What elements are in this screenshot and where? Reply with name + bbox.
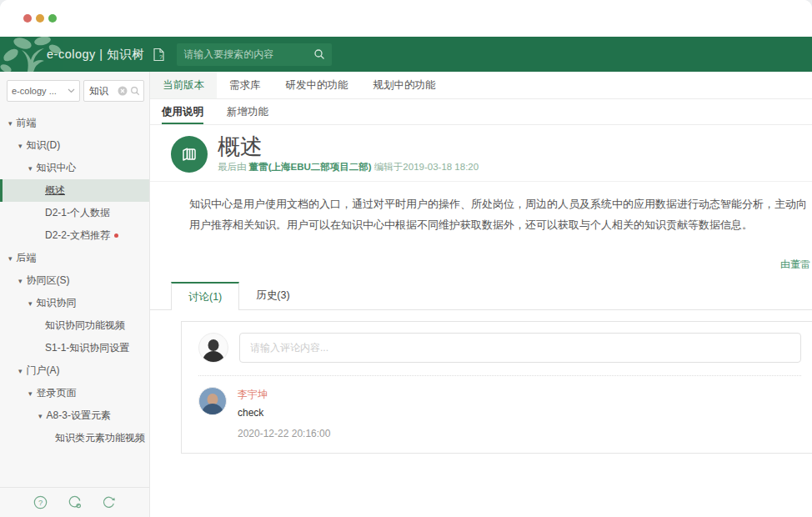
sidebar-footer: ? [0,487,149,517]
comment-input[interactable] [239,333,801,363]
tree-item-5[interactable]: D2-2-文档推荐 [0,224,149,247]
doc-header: 概述 最后由 董雷(上海EBU二部项目二部) 编辑于2019-03-18 18:… [150,125,812,182]
tree-item-label: 知识中心 [37,161,77,175]
expand-arrow-icon[interactable]: ▾ [28,163,33,172]
doc-body-text: 知识中心是用户使用文档的入口，通过对平时用户的操作、所处岗位，周边的人员及系统中… [189,193,809,235]
tree-item-4[interactable]: D2-1-个人数据 [0,202,149,224]
tree-item-label: A8-3-设置元素 [47,409,111,423]
commenter-name[interactable]: 李宇坤 [238,388,330,402]
current-user-avatar [198,333,228,363]
comment-card: 李宇坤check2020-12-22 20:16:00 [181,321,812,454]
tree-item-10[interactable]: S1-1-知识协同设置 [0,337,149,359]
tree-item-label: 知识协同功能视频 [45,319,125,333]
tab-sub-0[interactable]: 使用说明 [162,99,203,124]
chevron-down-icon [68,88,75,93]
refresh-icon[interactable] [102,495,116,509]
expand-arrow-icon[interactable]: ▾ [18,276,23,284]
tab-main-1[interactable]: 需求库 [217,72,273,98]
comment-timestamp: 2020-12-22 20:16:00 [238,428,330,439]
expand-arrow-icon[interactable]: ▾ [28,389,33,397]
comment-text: check [238,407,330,419]
unread-dot [114,233,118,238]
tab-main-3[interactable]: 规划中的功能 [361,72,449,98]
comment-list: 李宇坤check2020-12-22 20:16:00 [198,387,801,439]
dotted-divider [198,375,801,376]
commenter-avatar [198,387,227,415]
tree-item-label: S1-1-知识协同设置 [45,341,129,355]
sidebar-tree: ▾前端▾知识(D)▾知识中心概述D2-1-个人数据D2-2-文档推荐▾后端▾协同… [0,112,149,449]
tab-discussion-1[interactable]: 历史(3) [239,281,306,309]
tree-item-8[interactable]: ▾知识协同 [0,292,149,314]
app-window: e-cology | 知识树 ? [0,0,812,517]
sub-tab-bar: 使用说明新增功能 [150,99,812,125]
tree-item-1[interactable]: ▾知识(D) [0,134,149,157]
app-header: e-cology | 知识树 ? [0,37,812,72]
tree-item-label: D2-1-个人数据 [45,206,110,220]
tree-item-label: 登录页面 [37,386,77,400]
comment-body: 李宇坤check2020-12-22 20:16:00 [238,387,330,439]
header-search-box [177,43,332,66]
expand-arrow-icon[interactable]: ▾ [28,299,33,307]
tree-item-12[interactable]: ▾登录页面 [0,382,149,404]
window-zoom-button[interactable] [48,14,57,23]
window-minimize-button[interactable] [36,14,44,23]
tree-item-3[interactable]: 概述 [0,179,149,202]
expand-arrow-icon[interactable]: ▾ [18,366,23,374]
tree-item-11[interactable]: ▾门户(A) [0,359,149,382]
sidebar: e-cology ... [0,72,150,517]
comment-item-0: 李宇坤check2020-12-22 20:16:00 [198,387,801,439]
svg-text:?: ? [38,498,43,507]
clear-icon[interactable] [118,86,128,96]
expand-arrow-icon[interactable]: ▾ [18,141,23,149]
tree-item-label: 门户(A) [27,364,60,378]
tree-item-2[interactable]: ▾知识中心 [0,157,149,179]
expand-arrow-icon[interactable]: ▾ [8,253,13,262]
app-title: e-cology | 知识树 [47,47,144,63]
tree-item-9[interactable]: 知识协同功能视频 [0,314,149,337]
tree-filter-input[interactable] [89,86,118,96]
tree-item-label: 知识协同 [37,296,77,310]
search-icon[interactable] [130,86,140,96]
tree-item-label: 前端 [17,116,37,130]
scope-select[interactable]: e-cology ... [7,80,80,102]
tree-item-6[interactable]: ▾后端 [0,247,149,269]
svg-text:?: ? [159,54,163,60]
feedback-icon[interactable] [68,495,82,509]
expand-arrow-icon[interactable]: ▾ [38,411,43,419]
tree-item-0[interactable]: ▾前端 [0,112,149,134]
doc-help-icon[interactable]: ? [153,48,165,62]
page-title: 概述 [218,134,479,159]
tree-item-13[interactable]: ▾A8-3-设置元素 [0,404,149,427]
tree-item-label: 知识类元素功能视频 [55,431,145,445]
tree-item-label: D2-2-文档推荐 [45,228,110,243]
tree-item-7[interactable]: ▾协同区(S) [0,269,149,292]
knowledge-doc-icon [171,136,208,173]
meta-suffix: 编辑于2019-03-18 18:20 [372,162,479,172]
tab-main-0[interactable]: 当前版本 [150,72,217,98]
window-titlebar [0,0,812,37]
header-search-input[interactable] [183,48,313,60]
tree-item-label: 协同区(S) [27,274,70,288]
tab-main-2[interactable]: 研发中的功能 [273,72,361,98]
scope-select-value: e-cology ... [12,86,68,96]
search-icon[interactable] [313,48,325,60]
meta-prefix: 最后由 [218,162,249,172]
tree-item-label: 知识(D) [27,138,61,153]
expand-arrow-icon[interactable]: ▾ [8,118,13,127]
doc-meta: 最后由 董雷(上海EBU二部项目二部) 编辑于2019-03-18 18:20 [218,161,479,173]
tree-item-label: 后端 [17,251,37,265]
window-close-button[interactable] [23,14,32,23]
main-tab-bar: 当前版本需求库研发中的功能规划中的功能 [150,72,812,99]
tree-filter-box [83,80,144,102]
tab-sub-1[interactable]: 新增功能 [227,99,268,124]
meta-author[interactable]: 董雷(上海EBU二部项目二部) [249,162,372,172]
tab-discussion-0[interactable]: 讨论(1) [171,282,239,310]
discussion-tab-bar: 讨论(1)历史(3) [150,281,812,310]
tree-item-14[interactable]: 知识类元素功能视频 [0,427,149,449]
doc-right-meta: 由董雷 [150,258,812,272]
tree-item-label: 概述 [45,183,65,198]
main-content: 当前版本需求库研发中的功能规划中的功能 使用说明新增功能 概述 [150,72,812,517]
help-icon[interactable]: ? [33,495,48,509]
